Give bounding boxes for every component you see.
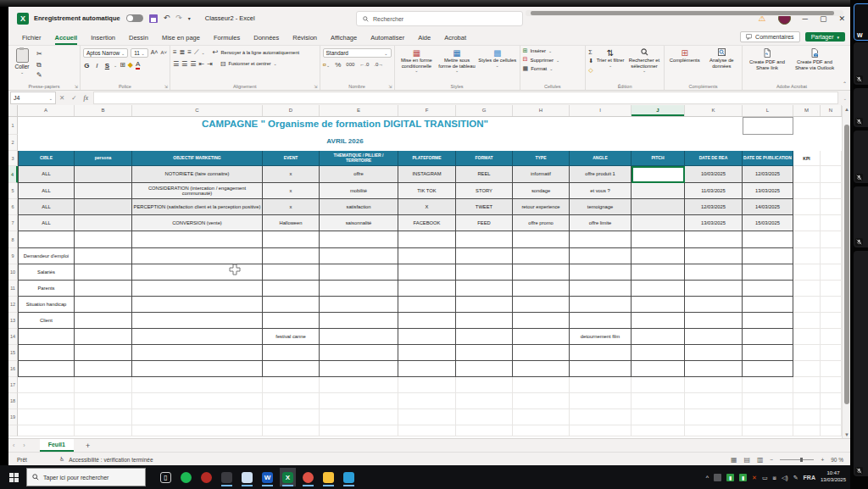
participant-tile[interactable]: [854, 251, 868, 476]
pointer-icon[interactable]: [714, 474, 721, 481]
cell-I4[interactable]: offre produit 1: [570, 166, 632, 183]
row-header-2[interactable]: 2: [8, 135, 18, 151]
cell-K10[interactable]: [685, 264, 743, 281]
cell[interactable]: [132, 377, 263, 393]
tab-insertion[interactable]: Insertion: [84, 31, 122, 44]
align-middle-icon[interactable]: ≣: [180, 48, 186, 57]
cell-C4[interactable]: NOTORIETE (faire connaitre): [132, 166, 263, 183]
cell-D14[interactable]: festival canne: [263, 329, 320, 345]
tab-aide[interactable]: Aide: [411, 31, 437, 44]
column-header-E[interactable]: E: [320, 105, 398, 116]
cell-C9[interactable]: [132, 248, 263, 264]
cell[interactable]: [513, 393, 570, 409]
fill-icon[interactable]: ⬇: [588, 58, 593, 64]
cell-L11[interactable]: [743, 281, 793, 297]
cell-K12[interactable]: [685, 297, 743, 313]
cell[interactable]: [263, 409, 320, 425]
cell[interactable]: [793, 215, 821, 231]
cell-H6[interactable]: retour experience: [513, 199, 570, 215]
tab-automatiser[interactable]: Automatiser: [364, 31, 411, 44]
cell-J13[interactable]: [632, 313, 685, 329]
selected-cell-J4[interactable]: [632, 166, 685, 183]
cell-H12[interactable]: [513, 297, 570, 313]
align-top-icon[interactable]: ≡: [173, 48, 177, 57]
cell[interactable]: [793, 297, 821, 313]
increase-decimal-icon[interactable]: ←.0: [359, 62, 369, 68]
cell[interactable]: [570, 377, 632, 393]
conditional-formatting-button[interactable]: ▦ Mise en forme conditionnelle⌄: [398, 47, 437, 81]
cell[interactable]: [793, 425, 821, 436]
cell[interactable]: [456, 409, 513, 425]
cell-B5[interactable]: [75, 183, 132, 199]
merge-center-icon[interactable]: ⊟: [220, 60, 226, 69]
cell-G7[interactable]: FEED: [456, 215, 513, 231]
column-header-N[interactable]: N: [821, 105, 842, 116]
cell-J8[interactable]: [632, 231, 685, 248]
align-right-icon[interactable]: ☰: [190, 60, 196, 69]
cell-L4[interactable]: 12/03/2025: [743, 166, 793, 183]
accessibility-status[interactable]: Accessibilité : vérification terminée: [69, 457, 153, 463]
taskbar-icon-chrome[interactable]: [300, 468, 316, 486]
column-header-B[interactable]: B: [75, 105, 132, 116]
row-header-9[interactable]: 9: [8, 248, 18, 264]
row-header-20[interactable]: [8, 425, 18, 436]
chevron-up-icon[interactable]: ^: [706, 475, 709, 481]
search-box[interactable]: Rechercher: [356, 11, 523, 26]
cell[interactable]: [263, 393, 320, 409]
cell[interactable]: [132, 409, 263, 425]
taskbar-icon-spotify[interactable]: [178, 468, 194, 486]
dialog-launcher-icon[interactable]: ⇲: [314, 84, 317, 89]
cell-G16[interactable]: [456, 361, 513, 377]
cell-A9[interactable]: Demandeur d'emploi: [18, 248, 75, 264]
cell[interactable]: [632, 393, 685, 409]
cell[interactable]: [75, 393, 132, 409]
cell-K8[interactable]: [685, 231, 743, 248]
cell[interactable]: [513, 377, 570, 393]
cell-E11[interactable]: [320, 281, 398, 297]
cell-K6[interactable]: 12/03/2025: [685, 199, 743, 215]
cell[interactable]: [513, 409, 570, 425]
cell-B13[interactable]: [75, 313, 132, 329]
cell[interactable]: [570, 393, 632, 409]
cell-A10[interactable]: Salariés: [18, 264, 75, 281]
row-header-3[interactable]: 3: [8, 151, 18, 166]
scroll-up-icon[interactable]: ▲: [843, 107, 850, 112]
taskbar-icon-recorder[interactable]: [198, 468, 214, 486]
cell-D8[interactable]: [263, 231, 320, 248]
cell-J15[interactable]: [632, 345, 685, 361]
cell-I15[interactable]: [570, 345, 632, 361]
cell-C11[interactable]: [132, 281, 263, 297]
format-button[interactable]: Format: [531, 66, 547, 71]
cell-J14[interactable]: [632, 329, 685, 345]
cell[interactable]: [743, 393, 793, 409]
taskbar-icon-vscode[interactable]: [341, 468, 357, 486]
cell-J12[interactable]: [632, 297, 685, 313]
cell[interactable]: [821, 215, 842, 231]
vertical-scroll-thumb[interactable]: [844, 125, 849, 404]
cell-J5[interactable]: [632, 183, 685, 199]
cell-G10[interactable]: [456, 264, 513, 281]
cell-J7[interactable]: [632, 215, 685, 231]
table-header-cell[interactable]: ANGLE: [570, 151, 632, 166]
cell-L10[interactable]: [743, 264, 793, 281]
cell[interactable]: [821, 393, 842, 409]
cell[interactable]: [793, 345, 821, 361]
copy-icon[interactable]: ⧉: [36, 61, 42, 69]
cell-H14[interactable]: [513, 329, 570, 345]
participant-tile[interactable]: [854, 131, 868, 183]
cell[interactable]: [398, 409, 456, 425]
cell[interactable]: [75, 409, 132, 425]
cell-I14[interactable]: detournement film: [570, 329, 632, 345]
tab-fichier[interactable]: Fichier: [15, 31, 48, 44]
cell-A6[interactable]: ALL: [18, 199, 75, 215]
cell[interactable]: [793, 231, 821, 248]
cell-F15[interactable]: [398, 345, 456, 361]
cell[interactable]: [132, 393, 263, 409]
cell-D12[interactable]: [263, 297, 320, 313]
error-icon[interactable]: ✕: [752, 475, 757, 481]
cell-I9[interactable]: [570, 248, 632, 264]
cell-F6[interactable]: X: [398, 199, 456, 215]
fill-color-icon[interactable]: ◆: [128, 61, 133, 69]
wrap-text-label[interactable]: Renvoyer à la ligne automatiquement: [220, 50, 299, 55]
taskbar-icon-explorer[interactable]: [320, 468, 337, 486]
